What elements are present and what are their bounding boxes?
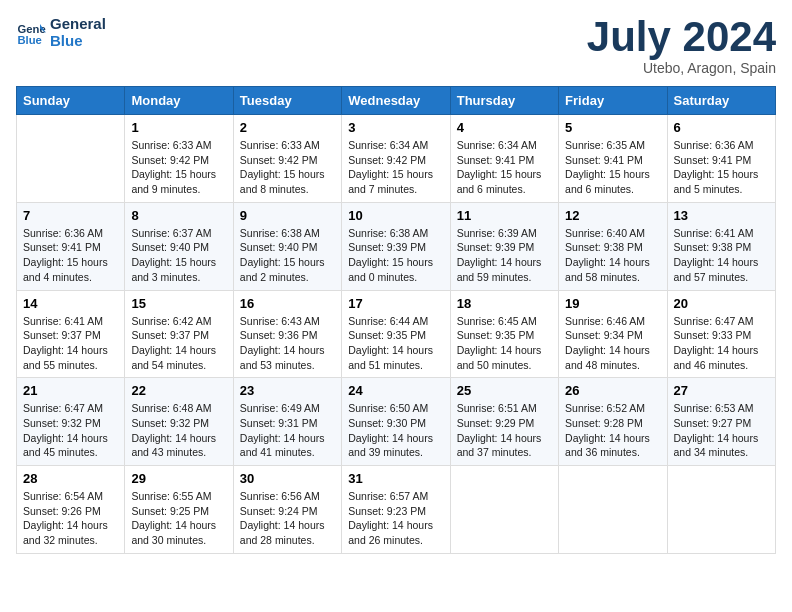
calendar-week-row: 28Sunrise: 6:54 AMSunset: 9:26 PMDayligh… xyxy=(17,466,776,554)
calendar-cell xyxy=(667,466,775,554)
day-info: Sunrise: 6:47 AMSunset: 9:32 PMDaylight:… xyxy=(23,401,118,460)
weekday-header-row: SundayMondayTuesdayWednesdayThursdayFrid… xyxy=(17,87,776,115)
calendar-table: SundayMondayTuesdayWednesdayThursdayFrid… xyxy=(16,86,776,554)
calendar-cell: 5Sunrise: 6:35 AMSunset: 9:41 PMDaylight… xyxy=(559,115,667,203)
day-number: 25 xyxy=(457,383,552,398)
day-number: 16 xyxy=(240,296,335,311)
calendar-cell: 26Sunrise: 6:52 AMSunset: 9:28 PMDayligh… xyxy=(559,378,667,466)
calendar-cell: 25Sunrise: 6:51 AMSunset: 9:29 PMDayligh… xyxy=(450,378,558,466)
calendar-cell: 3Sunrise: 6:34 AMSunset: 9:42 PMDaylight… xyxy=(342,115,450,203)
calendar-cell: 31Sunrise: 6:57 AMSunset: 9:23 PMDayligh… xyxy=(342,466,450,554)
day-info: Sunrise: 6:51 AMSunset: 9:29 PMDaylight:… xyxy=(457,401,552,460)
day-info: Sunrise: 6:38 AMSunset: 9:40 PMDaylight:… xyxy=(240,226,335,285)
day-number: 20 xyxy=(674,296,769,311)
logo-general: General xyxy=(50,16,106,33)
day-info: Sunrise: 6:57 AMSunset: 9:23 PMDaylight:… xyxy=(348,489,443,548)
location: Utebo, Aragon, Spain xyxy=(587,60,776,76)
logo-icon: General Blue xyxy=(16,18,46,48)
calendar-week-row: 7Sunrise: 6:36 AMSunset: 9:41 PMDaylight… xyxy=(17,202,776,290)
calendar-cell: 1Sunrise: 6:33 AMSunset: 9:42 PMDaylight… xyxy=(125,115,233,203)
day-info: Sunrise: 6:55 AMSunset: 9:25 PMDaylight:… xyxy=(131,489,226,548)
calendar-cell xyxy=(559,466,667,554)
calendar-cell: 6Sunrise: 6:36 AMSunset: 9:41 PMDaylight… xyxy=(667,115,775,203)
day-info: Sunrise: 6:44 AMSunset: 9:35 PMDaylight:… xyxy=(348,314,443,373)
calendar-cell: 2Sunrise: 6:33 AMSunset: 9:42 PMDaylight… xyxy=(233,115,341,203)
weekday-header: Saturday xyxy=(667,87,775,115)
day-number: 27 xyxy=(674,383,769,398)
day-info: Sunrise: 6:54 AMSunset: 9:26 PMDaylight:… xyxy=(23,489,118,548)
day-number: 9 xyxy=(240,208,335,223)
calendar-cell: 16Sunrise: 6:43 AMSunset: 9:36 PMDayligh… xyxy=(233,290,341,378)
day-number: 4 xyxy=(457,120,552,135)
day-info: Sunrise: 6:36 AMSunset: 9:41 PMDaylight:… xyxy=(674,138,769,197)
day-number: 7 xyxy=(23,208,118,223)
day-number: 23 xyxy=(240,383,335,398)
day-info: Sunrise: 6:47 AMSunset: 9:33 PMDaylight:… xyxy=(674,314,769,373)
weekday-header: Monday xyxy=(125,87,233,115)
logo-blue: Blue xyxy=(50,33,106,50)
calendar-cell: 24Sunrise: 6:50 AMSunset: 9:30 PMDayligh… xyxy=(342,378,450,466)
calendar-cell: 10Sunrise: 6:38 AMSunset: 9:39 PMDayligh… xyxy=(342,202,450,290)
weekday-header: Wednesday xyxy=(342,87,450,115)
day-info: Sunrise: 6:46 AMSunset: 9:34 PMDaylight:… xyxy=(565,314,660,373)
day-number: 3 xyxy=(348,120,443,135)
day-number: 24 xyxy=(348,383,443,398)
day-number: 28 xyxy=(23,471,118,486)
day-info: Sunrise: 6:53 AMSunset: 9:27 PMDaylight:… xyxy=(674,401,769,460)
day-number: 18 xyxy=(457,296,552,311)
month-title: July 2024 xyxy=(587,16,776,58)
day-number: 2 xyxy=(240,120,335,135)
calendar-cell: 23Sunrise: 6:49 AMSunset: 9:31 PMDayligh… xyxy=(233,378,341,466)
logo: General Blue General Blue xyxy=(16,16,106,49)
day-number: 31 xyxy=(348,471,443,486)
calendar-cell: 22Sunrise: 6:48 AMSunset: 9:32 PMDayligh… xyxy=(125,378,233,466)
day-info: Sunrise: 6:34 AMSunset: 9:42 PMDaylight:… xyxy=(348,138,443,197)
calendar-cell: 17Sunrise: 6:44 AMSunset: 9:35 PMDayligh… xyxy=(342,290,450,378)
day-info: Sunrise: 6:39 AMSunset: 9:39 PMDaylight:… xyxy=(457,226,552,285)
day-info: Sunrise: 6:49 AMSunset: 9:31 PMDaylight:… xyxy=(240,401,335,460)
day-info: Sunrise: 6:41 AMSunset: 9:38 PMDaylight:… xyxy=(674,226,769,285)
day-number: 11 xyxy=(457,208,552,223)
day-info: Sunrise: 6:41 AMSunset: 9:37 PMDaylight:… xyxy=(23,314,118,373)
day-number: 12 xyxy=(565,208,660,223)
calendar-cell: 28Sunrise: 6:54 AMSunset: 9:26 PMDayligh… xyxy=(17,466,125,554)
day-number: 13 xyxy=(674,208,769,223)
calendar-cell: 12Sunrise: 6:40 AMSunset: 9:38 PMDayligh… xyxy=(559,202,667,290)
day-number: 14 xyxy=(23,296,118,311)
calendar-cell: 8Sunrise: 6:37 AMSunset: 9:40 PMDaylight… xyxy=(125,202,233,290)
calendar-cell: 4Sunrise: 6:34 AMSunset: 9:41 PMDaylight… xyxy=(450,115,558,203)
svg-text:Blue: Blue xyxy=(18,33,42,45)
calendar-week-row: 1Sunrise: 6:33 AMSunset: 9:42 PMDaylight… xyxy=(17,115,776,203)
day-info: Sunrise: 6:56 AMSunset: 9:24 PMDaylight:… xyxy=(240,489,335,548)
day-number: 10 xyxy=(348,208,443,223)
calendar-week-row: 14Sunrise: 6:41 AMSunset: 9:37 PMDayligh… xyxy=(17,290,776,378)
weekday-header: Thursday xyxy=(450,87,558,115)
calendar-week-row: 21Sunrise: 6:47 AMSunset: 9:32 PMDayligh… xyxy=(17,378,776,466)
day-info: Sunrise: 6:42 AMSunset: 9:37 PMDaylight:… xyxy=(131,314,226,373)
day-number: 8 xyxy=(131,208,226,223)
weekday-header: Friday xyxy=(559,87,667,115)
day-number: 15 xyxy=(131,296,226,311)
day-number: 17 xyxy=(348,296,443,311)
calendar-cell: 18Sunrise: 6:45 AMSunset: 9:35 PMDayligh… xyxy=(450,290,558,378)
day-number: 6 xyxy=(674,120,769,135)
day-number: 21 xyxy=(23,383,118,398)
day-number: 5 xyxy=(565,120,660,135)
day-info: Sunrise: 6:37 AMSunset: 9:40 PMDaylight:… xyxy=(131,226,226,285)
day-info: Sunrise: 6:45 AMSunset: 9:35 PMDaylight:… xyxy=(457,314,552,373)
day-number: 22 xyxy=(131,383,226,398)
day-info: Sunrise: 6:33 AMSunset: 9:42 PMDaylight:… xyxy=(131,138,226,197)
calendar-cell: 13Sunrise: 6:41 AMSunset: 9:38 PMDayligh… xyxy=(667,202,775,290)
day-info: Sunrise: 6:34 AMSunset: 9:41 PMDaylight:… xyxy=(457,138,552,197)
day-info: Sunrise: 6:48 AMSunset: 9:32 PMDaylight:… xyxy=(131,401,226,460)
weekday-header: Tuesday xyxy=(233,87,341,115)
calendar-cell xyxy=(450,466,558,554)
day-info: Sunrise: 6:52 AMSunset: 9:28 PMDaylight:… xyxy=(565,401,660,460)
calendar-cell: 29Sunrise: 6:55 AMSunset: 9:25 PMDayligh… xyxy=(125,466,233,554)
day-info: Sunrise: 6:50 AMSunset: 9:30 PMDaylight:… xyxy=(348,401,443,460)
day-number: 26 xyxy=(565,383,660,398)
day-info: Sunrise: 6:36 AMSunset: 9:41 PMDaylight:… xyxy=(23,226,118,285)
day-number: 19 xyxy=(565,296,660,311)
calendar-cell: 9Sunrise: 6:38 AMSunset: 9:40 PMDaylight… xyxy=(233,202,341,290)
day-number: 29 xyxy=(131,471,226,486)
